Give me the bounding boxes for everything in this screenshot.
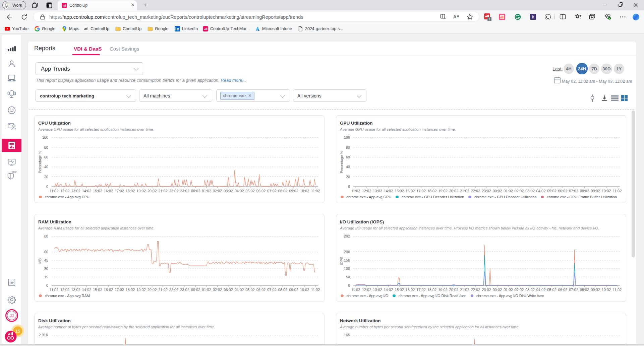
svg-text:16:02: 16:02 [104, 288, 113, 292]
svg-text:14:02: 14:02 [82, 288, 92, 292]
svg-text:09:02: 09:02 [591, 288, 600, 292]
svg-text:14:02: 14:02 [384, 189, 393, 193]
svg-text:11:02: 11:02 [311, 288, 320, 292]
svg-text:11:02: 11:02 [50, 288, 59, 292]
svg-text:13:02: 13:02 [71, 189, 80, 193]
svg-text:23:02: 23:02 [180, 189, 189, 193]
svg-text:08:02: 08:02 [580, 189, 589, 193]
svg-text:03:02: 03:02 [525, 189, 535, 193]
svg-text:07:02: 07:02 [569, 189, 578, 193]
svg-text:11:02: 11:02 [613, 288, 622, 292]
svg-text:08:02: 08:02 [278, 189, 288, 193]
svg-text:A: A [453, 14, 457, 19]
svg-text:10:02: 10:02 [300, 288, 309, 292]
svg-text:80: 80 [44, 145, 48, 149]
svg-text:60: 60 [346, 155, 350, 159]
svg-text:20: 20 [44, 175, 48, 179]
svg-text:02:02: 02:02 [515, 189, 524, 193]
svg-text:19:02: 19:02 [438, 288, 448, 292]
svg-text:292: 292 [344, 234, 350, 238]
svg-text:12:02: 12:02 [60, 189, 70, 193]
svg-text:60: 60 [44, 155, 48, 159]
svg-text:03:02: 03:02 [525, 288, 535, 292]
svg-text:0: 0 [46, 283, 48, 287]
svg-text:16:02: 16:02 [104, 189, 113, 193]
svg-text:04:02: 04:02 [235, 288, 244, 292]
svg-text:11:02: 11:02 [351, 288, 360, 292]
svg-text:100: 100 [42, 135, 48, 139]
svg-text:08:02: 08:02 [580, 288, 589, 292]
svg-text:18:02: 18:02 [126, 288, 135, 292]
svg-text:14:02: 14:02 [384, 288, 393, 292]
svg-text:05:02: 05:02 [245, 189, 255, 193]
svg-text:19:02: 19:02 [136, 288, 146, 292]
svg-text:00:02: 00:02 [191, 288, 200, 292]
svg-text:18:02: 18:02 [427, 189, 437, 193]
svg-text:09:02: 09:02 [591, 189, 600, 193]
svg-text:06:02: 06:02 [256, 288, 266, 292]
svg-text:0: 0 [46, 185, 48, 189]
svg-text:02:02: 02:02 [213, 288, 222, 292]
svg-text:30: 30 [44, 267, 48, 271]
svg-text:60: 60 [44, 250, 48, 254]
svg-text:05:02: 05:02 [547, 189, 557, 193]
svg-text:11:02: 11:02 [50, 189, 59, 193]
svg-text:200: 200 [344, 250, 350, 254]
svg-text:13:02: 13:02 [71, 288, 80, 292]
svg-text:01:02: 01:02 [504, 189, 513, 193]
svg-text:18:02: 18:02 [427, 288, 437, 292]
svg-text:05:02: 05:02 [547, 288, 557, 292]
svg-text:22:02: 22:02 [471, 189, 480, 193]
svg-text:20:02: 20:02 [148, 288, 157, 292]
svg-text:0: 0 [348, 185, 350, 189]
svg-text:04:02: 04:02 [536, 189, 546, 193]
svg-text:NEW: NEW [12, 171, 16, 173]
svg-text:16:02: 16:02 [406, 288, 415, 292]
svg-text:22:02: 22:02 [169, 288, 179, 292]
svg-text:07:02: 07:02 [267, 189, 277, 193]
svg-text:10:02: 10:02 [602, 189, 611, 193]
svg-text:IOPS: IOPS [340, 257, 344, 265]
svg-text:80: 80 [346, 145, 350, 149]
svg-text:17:02: 17:02 [416, 189, 426, 193]
svg-text:13:02: 13:02 [373, 189, 382, 193]
svg-text:08:02: 08:02 [278, 288, 288, 292]
svg-text:06:02: 06:02 [256, 189, 266, 193]
svg-text:165: 165 [344, 333, 350, 337]
svg-text:18:02: 18:02 [126, 189, 135, 193]
svg-text:14:02: 14:02 [82, 189, 92, 193]
svg-text:MB: MB [38, 258, 42, 264]
svg-text:04:02: 04:02 [235, 189, 244, 193]
svg-text:40: 40 [44, 165, 48, 169]
svg-text:07:02: 07:02 [569, 288, 578, 292]
svg-text:20:02: 20:02 [148, 189, 157, 193]
svg-text:13:02: 13:02 [373, 288, 382, 292]
svg-text:23:02: 23:02 [482, 189, 491, 193]
svg-text:01:02: 01:02 [504, 288, 513, 292]
svg-text:03:02: 03:02 [224, 189, 233, 193]
svg-text:Percentage %: Percentage % [38, 151, 42, 173]
svg-text:40: 40 [346, 165, 350, 169]
svg-text:2.91K: 2.91K [39, 333, 48, 337]
svg-text:00:02: 00:02 [493, 189, 502, 193]
svg-text:17:02: 17:02 [416, 288, 426, 292]
svg-text:09:02: 09:02 [289, 288, 298, 292]
svg-text:11:02: 11:02 [311, 189, 320, 193]
svg-text:11:02: 11:02 [351, 189, 360, 193]
svg-text:04:02: 04:02 [536, 288, 546, 292]
svg-text:2: 2 [488, 17, 490, 21]
svg-text:23:02: 23:02 [482, 288, 491, 292]
svg-text:12:02: 12:02 [60, 288, 70, 292]
svg-text:05:02: 05:02 [245, 288, 255, 292]
svg-text:11:02: 11:02 [613, 189, 622, 193]
svg-text:06:02: 06:02 [558, 189, 568, 193]
svg-text:20: 20 [346, 175, 350, 179]
svg-text:100: 100 [344, 267, 350, 271]
svg-text:03:02: 03:02 [224, 288, 233, 292]
svg-text:07:02: 07:02 [267, 288, 277, 292]
svg-text:01:02: 01:02 [202, 288, 211, 292]
svg-text:21:02: 21:02 [158, 189, 168, 193]
svg-text:20:02: 20:02 [449, 288, 459, 292]
svg-text:Percentage %: Percentage % [340, 151, 344, 173]
svg-text:12:02: 12:02 [362, 288, 371, 292]
